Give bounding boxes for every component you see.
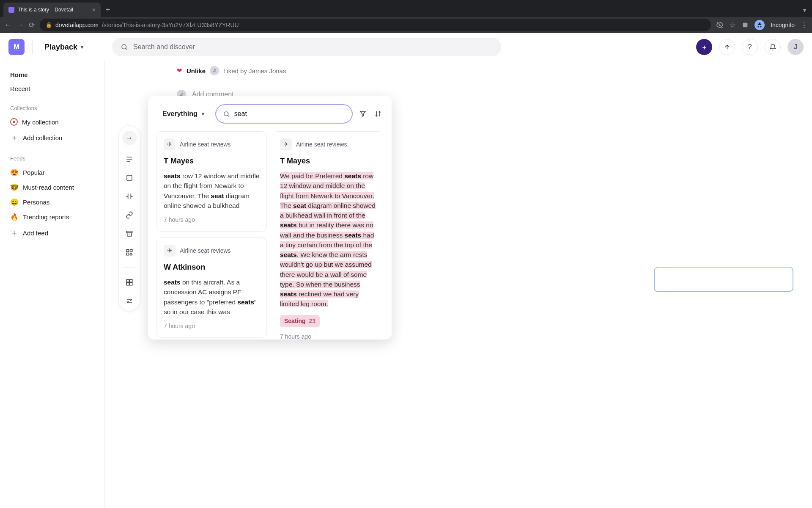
star-icon[interactable]: ☆ xyxy=(730,21,736,30)
svg-rect-4 xyxy=(126,249,129,251)
workspace-badge[interactable]: M xyxy=(8,39,25,55)
bell-icon[interactable] xyxy=(765,39,781,55)
result-card[interactable]: ✈ Airline seat reviews T Mayes seats row… xyxy=(156,131,267,232)
popover-toolbar: Everything ▾ xyxy=(156,104,383,124)
tab-overflow-icon[interactable]: ▾ xyxy=(797,3,812,17)
tag-pill[interactable]: Seating 23 xyxy=(280,315,320,327)
kebab-icon[interactable]: ⋮ xyxy=(801,21,808,30)
result-title: T Mayes xyxy=(164,155,260,167)
new-tab-button[interactable]: + xyxy=(106,6,110,14)
svg-rect-3 xyxy=(126,231,132,233)
back-icon[interactable]: ← xyxy=(4,21,11,29)
story-header: ❤ Unlike J Liked by James Jonas J Add co… xyxy=(177,66,795,99)
sort-icon[interactable] xyxy=(373,109,383,119)
liker-avatar: J xyxy=(210,66,219,75)
header-actions: ＋ ? J xyxy=(696,39,804,55)
global-search[interactable]: Search and discover xyxy=(112,38,501,56)
global-search-placeholder: Search and discover xyxy=(133,43,195,51)
svg-point-11 xyxy=(130,299,132,301)
floating-input[interactable] xyxy=(654,267,793,292)
result-timestamp: 7 hours ago xyxy=(164,322,260,331)
results-col-left: ✈ Airline seat reviews T Mayes seats row… xyxy=(156,131,267,340)
result-card[interactable]: ✈ Airline seat reviews T Mayes We paid f… xyxy=(273,131,383,340)
app-header: M Playback ▾ Search and discover ＋ ? J xyxy=(0,33,812,61)
sidebar-section-feeds: Feeds xyxy=(10,155,94,162)
browser-toolbar: ← → ⟳ 🔒 dovetailapp.com/stories/This-is-… xyxy=(0,17,812,33)
browser-chrome: This is a story – Dovetail × + ▾ ← → ⟳ 🔒… xyxy=(0,0,812,33)
result-title: T Mayes xyxy=(280,155,376,167)
results-col-right: ✈ Airline seat reviews T Mayes We paid f… xyxy=(273,131,383,340)
app-body: Home Recent Collections My collection ＋ … xyxy=(0,61,812,508)
grid-icon[interactable] xyxy=(125,278,134,287)
sidebar-recent[interactable]: Recent xyxy=(8,82,97,96)
sidebar-feed-popular[interactable]: 😍 Popular xyxy=(8,165,97,180)
product-name: Playback xyxy=(44,43,77,52)
emoji-icon: 😍 xyxy=(10,168,19,177)
result-timestamp: 7 hours ago xyxy=(164,215,260,224)
plane-icon: ✈ xyxy=(164,245,176,257)
svg-point-12 xyxy=(128,302,129,303)
svg-point-1 xyxy=(122,44,126,49)
emoji-icon: 🔥 xyxy=(10,213,19,221)
product-switcher[interactable]: Playback ▾ xyxy=(40,40,88,54)
plus-icon: ＋ xyxy=(10,228,19,238)
browser-tab[interactable]: This is a story – Dovetail × xyxy=(3,3,101,17)
search-results: ✈ Airline seat reviews T Mayes seats row… xyxy=(156,131,383,340)
rail-arrow-icon[interactable]: → xyxy=(122,131,137,145)
sidebar-feed-trending[interactable]: 🔥 Trending reports xyxy=(8,210,97,224)
unlike-button[interactable]: Unlike xyxy=(187,67,206,75)
address-bar[interactable]: 🔒 dovetailapp.com/stories/This-is-a-stor… xyxy=(40,19,711,31)
like-row: ❤ Unlike J Liked by James Jonas xyxy=(177,66,795,75)
search-icon xyxy=(121,43,128,51)
app-root: M Playback ▾ Search and discover ＋ ? J xyxy=(0,33,812,508)
sidebar-add-collection[interactable]: ＋ Add collection xyxy=(8,129,97,146)
sidebar-feed-personas[interactable]: 😄 Personas xyxy=(8,195,97,210)
result-card[interactable]: ✈ Airline seat reviews W Atkinson seats … xyxy=(156,237,267,338)
incognito-icon[interactable] xyxy=(754,20,765,30)
liked-by-text: Liked by James Jonas xyxy=(223,67,286,75)
search-scope-dropdown[interactable]: Everything ▾ xyxy=(156,106,210,122)
svg-rect-5 xyxy=(130,249,132,251)
create-button[interactable]: ＋ xyxy=(696,39,712,55)
tab-title: This is a story – Dovetail xyxy=(18,7,73,13)
popover-search-input[interactable] xyxy=(234,110,345,118)
tab-strip: This is a story – Dovetail × + ▾ xyxy=(0,0,812,17)
sidebar-add-feed[interactable]: ＋ Add feed xyxy=(8,224,97,241)
emoji-icon: 🤓 xyxy=(10,183,19,191)
user-avatar[interactable]: J xyxy=(787,39,804,55)
widgets-icon[interactable] xyxy=(125,248,134,257)
forward-icon[interactable]: → xyxy=(16,21,24,29)
result-project: Airline seat reviews xyxy=(296,140,347,149)
result-snippet: seats on this aircraft. As a concession … xyxy=(164,277,260,317)
heart-icon[interactable]: ❤ xyxy=(177,67,182,75)
extensions-icon[interactable] xyxy=(742,22,749,28)
svg-rect-2 xyxy=(127,175,132,180)
sidebar-home[interactable]: Home xyxy=(8,68,97,82)
eye-off-icon[interactable] xyxy=(716,21,724,29)
filter-icon[interactable] xyxy=(358,109,368,119)
columns-icon[interactable] xyxy=(125,192,134,201)
plane-icon: ✈ xyxy=(280,138,292,150)
reload-icon[interactable]: ⟳ xyxy=(29,21,35,30)
result-project: Airline seat reviews xyxy=(180,246,231,255)
incognito-label: Incognito xyxy=(771,22,795,28)
format-rail: → xyxy=(118,125,140,311)
popover-search-field[interactable] xyxy=(215,104,353,124)
text-width-icon[interactable] xyxy=(125,155,134,164)
sidebar-item-mycollection[interactable]: My collection xyxy=(8,115,97,129)
sidebar: Home Recent Collections My collection ＋ … xyxy=(0,61,105,508)
result-project: Airline seat reviews xyxy=(180,140,231,149)
sidebar-feed-mustread[interactable]: 🤓 Must-read content xyxy=(8,180,97,195)
note-icon[interactable] xyxy=(125,173,134,182)
link-icon[interactable] xyxy=(125,210,134,220)
settings-sliders-icon[interactable] xyxy=(125,296,134,306)
chevron-down-icon: ▾ xyxy=(81,44,83,50)
svg-rect-10 xyxy=(130,283,132,285)
search-popover: Everything ▾ xyxy=(148,96,392,340)
archive-icon[interactable] xyxy=(125,229,134,238)
result-snippet-highlighted: We paid for Preferred seats row 12 windo… xyxy=(280,171,376,309)
close-tab-icon[interactable]: × xyxy=(92,6,96,13)
url-host: dovetailapp.com xyxy=(55,22,99,28)
send-icon[interactable] xyxy=(719,39,735,55)
help-icon[interactable]: ? xyxy=(742,39,758,55)
